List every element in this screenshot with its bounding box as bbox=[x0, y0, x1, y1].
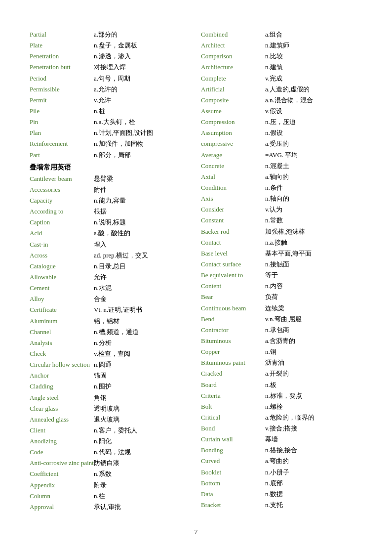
definition: n.轴向的 bbox=[265, 194, 362, 204]
list-item: Penetrationn.渗透，渗入 bbox=[30, 51, 191, 61]
term: Bituminous paint bbox=[201, 358, 265, 368]
definition: 沥青油 bbox=[265, 358, 362, 368]
definition: n.压，压迫 bbox=[265, 117, 362, 127]
term: Approval bbox=[30, 502, 94, 512]
list-item: Compositea.n.混合物，混合 bbox=[201, 95, 362, 105]
term: Certificate bbox=[30, 305, 94, 315]
list-item: Cataloguen.目录,总目 bbox=[30, 261, 191, 271]
list-item: Bituminousa.含沥青的 bbox=[201, 336, 362, 346]
list-item: Approval承认,审批 bbox=[30, 502, 191, 512]
definition: n.板 bbox=[265, 380, 362, 390]
list-item: Clear glass透明玻璃 bbox=[30, 404, 191, 414]
list-item: Considerv.认为 bbox=[201, 205, 362, 214]
term: Board bbox=[201, 380, 265, 390]
list-item: Artificiala.人造的,虚假的 bbox=[201, 85, 362, 94]
definition: a.弯曲的 bbox=[265, 456, 362, 466]
term: Analysis bbox=[30, 338, 94, 348]
definition: 承认,审批 bbox=[94, 502, 191, 512]
page-content: Partiala.部分的Platen.盘子，金属板Penetrationn.渗透… bbox=[30, 30, 362, 536]
list-item: Capacityn.能力,容量 bbox=[30, 196, 191, 206]
list-item: Analysisn.分析 bbox=[30, 338, 191, 348]
list-item: Compressionn.压，压迫 bbox=[201, 117, 362, 127]
list-item: Anodizingn.阳化 bbox=[30, 436, 191, 446]
term: Curved bbox=[201, 456, 265, 466]
list-item: Axiala.轴向的 bbox=[201, 172, 362, 182]
definition: 防锈白漆 bbox=[94, 458, 191, 468]
list-item: Partn.部分，局部 bbox=[30, 150, 191, 160]
term: Channel bbox=[30, 327, 94, 337]
list-item: Checkv.检查，查阅 bbox=[30, 349, 191, 359]
definition: n.阳化 bbox=[94, 436, 191, 446]
term: Aluminum bbox=[30, 316, 94, 326]
term: Reinforcement bbox=[30, 139, 94, 149]
term: Anchor bbox=[30, 371, 94, 381]
definition: v.检查，查阅 bbox=[94, 349, 191, 359]
definition: n.建筑师 bbox=[265, 41, 362, 50]
list-item: Continuous beam连续梁 bbox=[201, 303, 362, 313]
term: Bonding bbox=[201, 445, 265, 455]
term: Permissible bbox=[30, 85, 94, 94]
list-item: Comparisonn.比较 bbox=[201, 51, 362, 61]
list-item: Appendix附录 bbox=[30, 480, 191, 490]
left-column: Partiala.部分的Platen.盘子，金属板Penetrationn.渗透… bbox=[30, 30, 196, 513]
definition: n.桩 bbox=[94, 106, 191, 116]
term: Criteria bbox=[201, 391, 265, 401]
list-item: Cast-in埋入 bbox=[30, 240, 191, 250]
term: Caption bbox=[30, 217, 94, 227]
list-item: Platen.盘子，金属板 bbox=[30, 41, 191, 50]
definition: n.柱 bbox=[94, 491, 191, 501]
definition: n.围护 bbox=[94, 382, 191, 391]
list-item: Crackeda.开裂的 bbox=[201, 369, 362, 379]
term: Permit bbox=[30, 95, 94, 105]
term: Compression bbox=[201, 117, 265, 127]
term: Combined bbox=[201, 30, 265, 40]
definition: 连续梁 bbox=[265, 303, 362, 313]
term: Plan bbox=[30, 128, 94, 138]
list-item: Captionn.说明,标题 bbox=[30, 217, 191, 227]
list-item: CertificateVt. n.证明,证明书 bbox=[30, 305, 191, 315]
definition: 悬臂梁 bbox=[94, 174, 191, 184]
definition: 铝，铝材 bbox=[94, 316, 191, 326]
term: Backer rod bbox=[201, 227, 265, 237]
list-item: Constantn.常数 bbox=[201, 215, 362, 225]
term: Across bbox=[30, 251, 94, 260]
definition: n.目录,总目 bbox=[94, 261, 191, 271]
term: Bond bbox=[201, 424, 265, 433]
definition: a.受压的 bbox=[265, 139, 362, 149]
term: compressive bbox=[201, 139, 265, 149]
term: Cladding bbox=[30, 382, 94, 391]
term: Anti-corrosive zinc paint bbox=[30, 458, 94, 468]
list-item: Combineda.组合 bbox=[201, 30, 362, 40]
definition: a.n.混合物，混合 bbox=[265, 95, 362, 105]
list-item: Datan.数据 bbox=[201, 489, 362, 499]
definition: a.酸，酸性的 bbox=[94, 228, 191, 238]
list-item: Alloy合金 bbox=[30, 294, 191, 304]
term: Pile bbox=[30, 106, 94, 116]
definition: n.铜 bbox=[265, 347, 362, 357]
term: Concrete bbox=[201, 161, 265, 171]
definition: n.搭接,接合 bbox=[265, 445, 362, 455]
term: Circular hollow section bbox=[30, 360, 94, 370]
definition: n.系数 bbox=[94, 469, 191, 479]
definition: =AVG. 平均 bbox=[265, 150, 362, 160]
term: Architect bbox=[201, 41, 265, 50]
definition: v.完成 bbox=[265, 74, 362, 84]
term: Catalogue bbox=[30, 261, 94, 271]
term: Complete bbox=[201, 74, 265, 84]
term: Continuous beam bbox=[201, 303, 265, 313]
term: Critical bbox=[201, 413, 265, 423]
list-item: Boltn.螺栓 bbox=[201, 402, 362, 412]
list-item: Contractorn.承包商 bbox=[201, 325, 362, 335]
term: Bolt bbox=[201, 402, 265, 412]
term: Consider bbox=[201, 205, 265, 214]
term: Assumption bbox=[201, 128, 265, 138]
list-item: Coppern.铜 bbox=[201, 347, 362, 357]
list-item: Curtain wall幕墙 bbox=[201, 434, 362, 444]
definition: n.承包商 bbox=[265, 325, 362, 335]
definition: n.客户，委托人 bbox=[94, 426, 191, 435]
definition: a.组合 bbox=[265, 30, 362, 40]
term: Axis bbox=[201, 194, 265, 204]
list-item: Bookletn.小册子 bbox=[201, 468, 362, 477]
term: Comparison bbox=[201, 51, 265, 61]
definition: n.能力,容量 bbox=[94, 196, 191, 206]
